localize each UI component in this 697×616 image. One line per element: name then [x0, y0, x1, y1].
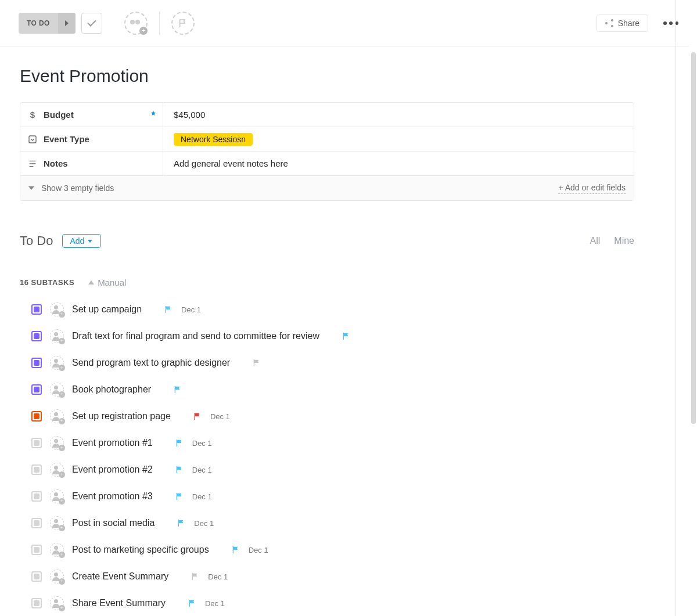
task-title[interactable]: Event promotion #3 — [72, 491, 153, 502]
task-checkbox[interactable] — [31, 331, 42, 341]
priority-flag[interactable] — [177, 518, 186, 528]
task-row[interactable]: +Create Event SummaryDec 1 — [31, 567, 634, 586]
task-title[interactable]: Book photographer — [72, 384, 151, 395]
assignee-add-button[interactable]: + — [50, 383, 64, 397]
task-title[interactable]: Post in social media — [72, 518, 155, 528]
task-checkbox[interactable] — [31, 491, 42, 502]
assignee-add-button[interactable]: + — [50, 329, 64, 343]
people-icon — [130, 20, 142, 27]
assignee-add-button[interactable]: + — [50, 302, 64, 316]
scrollbar-thumb[interactable] — [691, 52, 696, 424]
field-value-notes[interactable]: Add general event notes here — [163, 152, 634, 175]
status-button[interactable]: TO DO — [19, 13, 76, 34]
field-label-event-type[interactable]: Event Type — [20, 127, 163, 151]
field-value-event-type[interactable]: Network Sessiosn — [163, 127, 634, 151]
task-date[interactable]: Dec 1 — [249, 546, 268, 554]
task-date[interactable]: Dec 1 — [192, 466, 212, 474]
assignee-add-button[interactable]: + — [50, 436, 64, 450]
task-checkbox[interactable] — [31, 598, 42, 608]
assignee-add-button[interactable]: + — [50, 356, 64, 370]
assignee-add-button[interactable]: + — [50, 463, 64, 477]
assignee-add-button[interactable]: + — [50, 543, 64, 557]
task-date[interactable]: Dec 1 — [192, 492, 212, 501]
complete-checkbox-button[interactable] — [81, 13, 102, 34]
filter-all-tab[interactable]: All — [590, 236, 601, 246]
priority-flag[interactable] — [175, 492, 184, 501]
more-menu-button[interactable] — [662, 21, 680, 25]
task-date[interactable]: Dec 1 — [192, 439, 212, 448]
arrow-up-icon — [88, 280, 94, 284]
task-checkbox[interactable] — [31, 438, 42, 448]
task-row[interactable]: +Send program text to graphic designer — [31, 354, 634, 372]
task-row[interactable]: +Post in social mediaDec 1 — [31, 514, 634, 532]
task-title[interactable]: Share Event Summary — [72, 598, 166, 608]
priority-flag[interactable] — [188, 599, 197, 608]
priority-flag-button[interactable] — [171, 12, 195, 35]
task-row[interactable]: +Event promotion #3Dec 1 — [31, 487, 634, 506]
task-row[interactable]: +Set up campaignDec 1 — [31, 300, 634, 319]
field-value-budget[interactable]: $45,000 — [163, 103, 634, 127]
priority-flag[interactable] — [193, 412, 202, 421]
priority-flag[interactable] — [231, 545, 240, 554]
section-title: To Do — [20, 233, 53, 248]
task-row[interactable]: +Share Event SummaryDec 1 — [31, 594, 634, 613]
priority-flag[interactable] — [164, 305, 173, 314]
assignee-add-button[interactable]: + — [50, 516, 64, 530]
task-date[interactable]: Dec 1 — [208, 572, 228, 581]
task-checkbox[interactable] — [31, 545, 42, 555]
priority-flag[interactable] — [173, 385, 182, 394]
add-subtask-button[interactable]: Add — [62, 234, 101, 248]
field-label-text: Event Type — [44, 134, 89, 144]
page-title[interactable]: Event Promotion — [20, 66, 634, 86]
task-row[interactable]: +Post to marketing specific groupsDec 1 — [31, 541, 634, 559]
task-row[interactable]: +Draft text for final program and send t… — [31, 327, 634, 345]
task-title[interactable]: Send program text to graphic designer — [72, 358, 230, 368]
svg-rect-0 — [29, 136, 36, 143]
task-checkbox[interactable] — [31, 358, 42, 368]
assignees-add-button[interactable]: + — [124, 12, 148, 35]
field-label-budget[interactable]: $ Budget — [20, 103, 163, 127]
field-label-notes[interactable]: Notes — [20, 152, 163, 175]
task-checkbox[interactable] — [31, 464, 42, 475]
task-title[interactable]: Post to marketing specific groups — [72, 545, 209, 555]
task-date[interactable]: Dec 1 — [210, 412, 230, 421]
task-row[interactable]: +Set up registration pageDec 1 — [31, 407, 634, 426]
task-checkbox[interactable] — [31, 304, 42, 315]
subtasks-header: 16 SUBTASKS Manual — [20, 278, 634, 287]
task-row[interactable]: +Book photographer — [31, 380, 634, 399]
task-checkbox[interactable] — [31, 384, 42, 395]
status-label: TO DO — [19, 19, 58, 27]
task-row[interactable]: +Event promotion #1Dec 1 — [31, 434, 634, 452]
task-title[interactable]: Event promotion #2 — [72, 464, 153, 475]
task-title[interactable]: Set up registration page — [72, 411, 171, 422]
status-next-icon[interactable] — [58, 13, 76, 34]
assignee-add-button[interactable]: + — [50, 489, 64, 503]
priority-flag[interactable] — [175, 465, 184, 474]
filter-mine-tab[interactable]: Mine — [614, 236, 634, 246]
task-checkbox[interactable] — [31, 571, 42, 582]
pin-icon[interactable] — [150, 110, 157, 120]
task-title[interactable]: Create Event Summary — [72, 571, 168, 582]
task-date[interactable]: Dec 1 — [181, 305, 201, 314]
task-title[interactable]: Event promotion #1 — [72, 438, 153, 448]
check-icon — [87, 17, 96, 27]
priority-flag[interactable] — [342, 332, 351, 341]
scrollbar-track[interactable] — [689, 0, 697, 616]
priority-flag[interactable] — [175, 438, 184, 448]
priority-flag[interactable] — [252, 358, 261, 368]
task-title[interactable]: Set up campaign — [72, 304, 142, 315]
priority-flag[interactable] — [191, 572, 200, 581]
assignee-add-button[interactable]: + — [50, 570, 64, 583]
task-row[interactable]: +Event promotion #2Dec 1 — [31, 460, 634, 479]
add-edit-fields-button[interactable]: + Add or edit fields — [558, 183, 626, 194]
task-checkbox[interactable] — [31, 518, 42, 528]
sort-button[interactable]: Manual — [88, 278, 126, 287]
show-empty-fields-button[interactable]: Show 3 empty fields — [28, 183, 114, 193]
task-date[interactable]: Dec 1 — [205, 599, 225, 608]
task-title[interactable]: Draft text for final program and send to… — [72, 331, 319, 341]
assignee-add-button[interactable]: + — [50, 409, 64, 423]
assignee-add-button[interactable]: + — [50, 596, 64, 610]
share-button[interactable]: Share — [597, 15, 648, 32]
task-checkbox[interactable] — [31, 411, 42, 422]
task-date[interactable]: Dec 1 — [194, 519, 214, 528]
